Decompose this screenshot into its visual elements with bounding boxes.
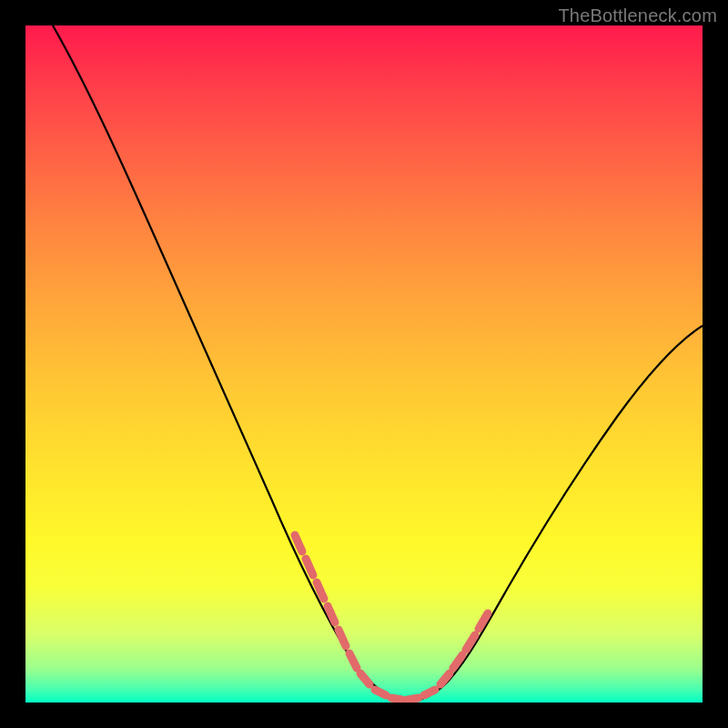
svg-line-1 [306, 559, 313, 575]
svg-line-10 [424, 690, 435, 695]
chart-frame: TheBottleneck.com [0, 0, 728, 728]
svg-line-7 [375, 690, 386, 695]
svg-line-8 [391, 698, 402, 700]
attribution-label: TheBottleneck.com [558, 5, 717, 26]
near-trough-markers [295, 535, 488, 700]
curve-layer [25, 25, 703, 703]
svg-line-2 [317, 582, 324, 599]
plot-area [25, 25, 703, 703]
bottleneck-curve [53, 25, 703, 701]
svg-line-4 [339, 630, 346, 646]
svg-line-6 [360, 673, 369, 684]
svg-line-5 [349, 653, 357, 668]
svg-line-11 [440, 673, 450, 684]
svg-line-9 [408, 698, 419, 700]
svg-line-0 [295, 535, 302, 551]
